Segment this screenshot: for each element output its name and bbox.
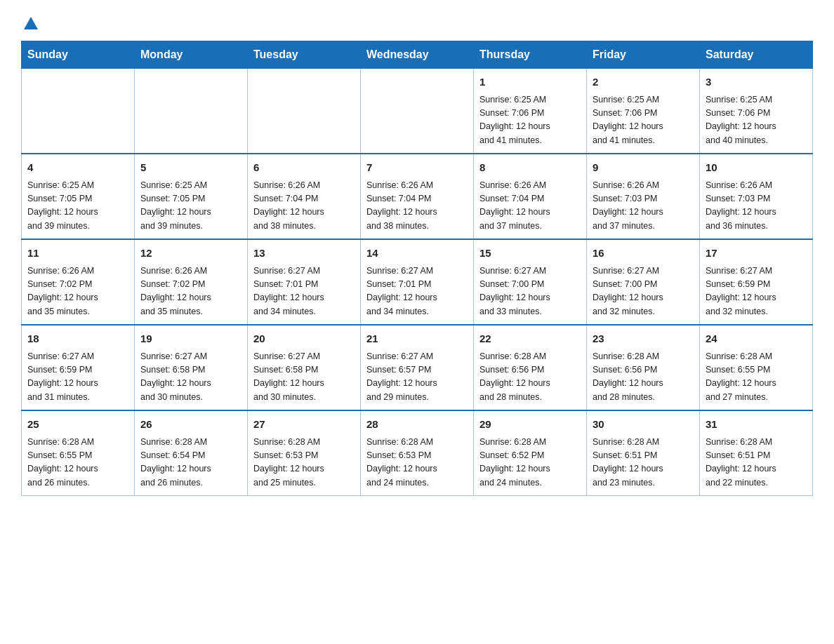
calendar-week-row: 4Sunrise: 6:25 AMSunset: 7:05 PMDaylight…	[22, 154, 813, 239]
day-info: Sunrise: 6:26 AMSunset: 7:04 PMDaylight:…	[253, 179, 355, 234]
calendar-day-cell	[22, 69, 135, 154]
calendar-day-cell: 4Sunrise: 6:25 AMSunset: 7:05 PMDaylight…	[22, 154, 135, 239]
day-info: Sunrise: 6:27 AMSunset: 6:58 PMDaylight:…	[253, 350, 355, 405]
day-info: Sunrise: 6:27 AMSunset: 7:01 PMDaylight:…	[253, 264, 355, 319]
calendar-week-row: 11Sunrise: 6:26 AMSunset: 7:02 PMDayligh…	[22, 239, 813, 325]
day-info: Sunrise: 6:26 AMSunset: 7:03 PMDaylight:…	[593, 179, 694, 234]
day-number: 27	[253, 417, 355, 433]
day-info: Sunrise: 6:27 AMSunset: 7:00 PMDaylight:…	[593, 264, 694, 319]
day-number: 28	[366, 417, 468, 433]
day-number: 6	[253, 160, 355, 176]
day-number: 23	[593, 331, 694, 347]
calendar-day-cell: 23Sunrise: 6:28 AMSunset: 6:56 PMDayligh…	[587, 325, 700, 410]
weekday-header-saturday: Saturday	[700, 41, 813, 69]
weekday-header-monday: Monday	[135, 41, 248, 69]
day-info: Sunrise: 6:28 AMSunset: 6:55 PMDaylight:…	[706, 350, 807, 405]
day-info: Sunrise: 6:27 AMSunset: 7:00 PMDaylight:…	[479, 264, 581, 319]
calendar-day-cell: 15Sunrise: 6:27 AMSunset: 7:00 PMDayligh…	[474, 239, 587, 325]
calendar-day-cell: 31Sunrise: 6:28 AMSunset: 6:51 PMDayligh…	[700, 410, 813, 496]
day-number: 30	[593, 417, 694, 433]
calendar-day-cell: 14Sunrise: 6:27 AMSunset: 7:01 PMDayligh…	[361, 239, 474, 325]
day-number: 5	[140, 160, 241, 176]
weekday-header-wednesday: Wednesday	[361, 41, 474, 69]
calendar-day-cell: 24Sunrise: 6:28 AMSunset: 6:55 PMDayligh…	[700, 325, 813, 410]
calendar-day-cell: 7Sunrise: 6:26 AMSunset: 7:04 PMDaylight…	[361, 154, 474, 239]
weekday-header-tuesday: Tuesday	[248, 41, 361, 69]
day-info: Sunrise: 6:25 AMSunset: 7:06 PMDaylight:…	[706, 93, 807, 148]
calendar-day-cell: 11Sunrise: 6:26 AMSunset: 7:02 PMDayligh…	[22, 239, 135, 325]
calendar-day-cell: 8Sunrise: 6:26 AMSunset: 7:04 PMDaylight…	[474, 154, 587, 239]
day-number: 19	[140, 331, 241, 347]
day-number: 18	[27, 331, 128, 347]
logo-triangle-icon	[23, 15, 39, 31]
day-number: 12	[140, 246, 241, 262]
day-info: Sunrise: 6:28 AMSunset: 6:54 PMDaylight:…	[140, 436, 241, 490]
day-info: Sunrise: 6:28 AMSunset: 6:51 PMDaylight:…	[706, 436, 807, 490]
calendar-day-cell: 20Sunrise: 6:27 AMSunset: 6:58 PMDayligh…	[248, 325, 361, 410]
calendar-header-row: SundayMondayTuesdayWednesdayThursdayFrid…	[22, 41, 813, 69]
calendar-day-cell: 29Sunrise: 6:28 AMSunset: 6:52 PMDayligh…	[474, 410, 587, 496]
calendar-day-cell: 18Sunrise: 6:27 AMSunset: 6:59 PMDayligh…	[22, 325, 135, 410]
calendar-day-cell: 19Sunrise: 6:27 AMSunset: 6:58 PMDayligh…	[135, 325, 248, 410]
day-number: 29	[479, 417, 581, 433]
day-number: 21	[366, 331, 468, 347]
day-number: 14	[366, 246, 468, 262]
day-info: Sunrise: 6:27 AMSunset: 6:59 PMDaylight:…	[706, 264, 807, 319]
day-info: Sunrise: 6:26 AMSunset: 7:04 PMDaylight:…	[366, 179, 468, 234]
day-number: 1	[479, 74, 581, 90]
calendar-day-cell: 26Sunrise: 6:28 AMSunset: 6:54 PMDayligh…	[135, 410, 248, 496]
logo	[21, 14, 39, 27]
calendar-day-cell: 13Sunrise: 6:27 AMSunset: 7:01 PMDayligh…	[248, 239, 361, 325]
day-number: 10	[706, 160, 807, 176]
day-number: 11	[27, 246, 128, 262]
day-info: Sunrise: 6:25 AMSunset: 7:06 PMDaylight:…	[479, 93, 581, 148]
calendar-day-cell: 2Sunrise: 6:25 AMSunset: 7:06 PMDaylight…	[587, 69, 700, 154]
calendar-week-row: 25Sunrise: 6:28 AMSunset: 6:55 PMDayligh…	[22, 410, 813, 496]
calendar-table: SundayMondayTuesdayWednesdayThursdayFrid…	[21, 41, 813, 496]
calendar-day-cell: 28Sunrise: 6:28 AMSunset: 6:53 PMDayligh…	[361, 410, 474, 496]
day-number: 13	[253, 246, 355, 262]
day-info: Sunrise: 6:28 AMSunset: 6:53 PMDaylight:…	[253, 436, 355, 490]
day-number: 2	[593, 74, 694, 90]
day-info: Sunrise: 6:27 AMSunset: 6:58 PMDaylight:…	[140, 350, 241, 405]
weekday-header-sunday: Sunday	[22, 41, 135, 69]
calendar-week-row: 1Sunrise: 6:25 AMSunset: 7:06 PMDaylight…	[22, 69, 813, 154]
day-info: Sunrise: 6:27 AMSunset: 6:57 PMDaylight:…	[366, 350, 468, 405]
calendar-day-cell	[361, 69, 474, 154]
calendar-day-cell: 25Sunrise: 6:28 AMSunset: 6:55 PMDayligh…	[22, 410, 135, 496]
calendar-day-cell	[135, 69, 248, 154]
calendar-day-cell: 27Sunrise: 6:28 AMSunset: 6:53 PMDayligh…	[248, 410, 361, 496]
day-number: 9	[593, 160, 694, 176]
calendar-day-cell: 30Sunrise: 6:28 AMSunset: 6:51 PMDayligh…	[587, 410, 700, 496]
day-number: 31	[706, 417, 807, 433]
calendar-day-cell: 6Sunrise: 6:26 AMSunset: 7:04 PMDaylight…	[248, 154, 361, 239]
day-info: Sunrise: 6:26 AMSunset: 7:04 PMDaylight:…	[479, 179, 581, 234]
day-number: 20	[253, 331, 355, 347]
calendar-day-cell: 9Sunrise: 6:26 AMSunset: 7:03 PMDaylight…	[587, 154, 700, 239]
day-info: Sunrise: 6:25 AMSunset: 7:05 PMDaylight:…	[27, 179, 128, 234]
day-info: Sunrise: 6:28 AMSunset: 6:55 PMDaylight:…	[27, 436, 128, 490]
weekday-header-thursday: Thursday	[474, 41, 587, 69]
day-number: 8	[479, 160, 581, 176]
calendar-day-cell: 21Sunrise: 6:27 AMSunset: 6:57 PMDayligh…	[361, 325, 474, 410]
calendar-day-cell: 16Sunrise: 6:27 AMSunset: 7:00 PMDayligh…	[587, 239, 700, 325]
day-info: Sunrise: 6:28 AMSunset: 6:52 PMDaylight:…	[479, 436, 581, 490]
day-info: Sunrise: 6:26 AMSunset: 7:02 PMDaylight:…	[140, 264, 241, 319]
day-info: Sunrise: 6:26 AMSunset: 7:03 PMDaylight:…	[706, 179, 807, 234]
day-info: Sunrise: 6:28 AMSunset: 6:56 PMDaylight:…	[593, 350, 694, 405]
calendar-day-cell: 17Sunrise: 6:27 AMSunset: 6:59 PMDayligh…	[700, 239, 813, 325]
day-number: 17	[706, 246, 807, 262]
calendar-day-cell: 12Sunrise: 6:26 AMSunset: 7:02 PMDayligh…	[135, 239, 248, 325]
calendar-day-cell	[248, 69, 361, 154]
day-info: Sunrise: 6:27 AMSunset: 7:01 PMDaylight:…	[366, 264, 468, 319]
day-number: 15	[479, 246, 581, 262]
day-info: Sunrise: 6:28 AMSunset: 6:53 PMDaylight:…	[366, 436, 468, 490]
day-number: 22	[479, 331, 581, 347]
day-number: 26	[140, 417, 241, 433]
calendar-day-cell: 5Sunrise: 6:25 AMSunset: 7:05 PMDaylight…	[135, 154, 248, 239]
day-number: 25	[27, 417, 128, 433]
day-number: 4	[27, 160, 128, 176]
day-number: 24	[706, 331, 807, 347]
weekday-header-friday: Friday	[587, 41, 700, 69]
day-info: Sunrise: 6:28 AMSunset: 6:56 PMDaylight:…	[479, 350, 581, 405]
